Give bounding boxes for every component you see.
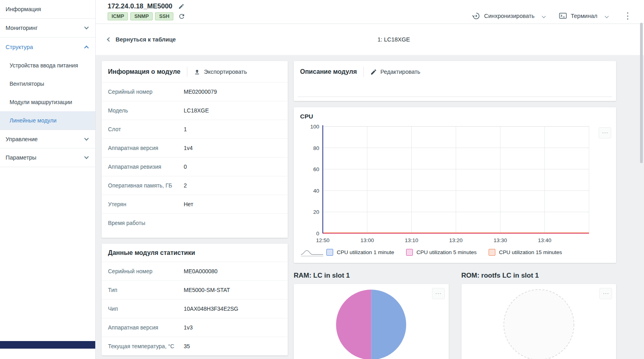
table-row: Модель LC18XGE: [102, 101, 288, 120]
left-column: Информация о модуле Экспортировать Серий…: [102, 61, 288, 359]
sidebar-item-information[interactable]: Информация: [0, 0, 95, 19]
right-column: Описание модуля Редактировать CPU ⋯ 0204…: [294, 61, 616, 359]
sidebar-footer-bar: [0, 341, 95, 349]
protocol-badge-icmp: ICMP: [108, 12, 128, 20]
ram-chart-title: RAM: LC in slot 1: [294, 272, 449, 280]
cpu-line-chart: 02040608010012:5013:0013:1013:2013:3013:…: [300, 122, 610, 245]
row-value: LC18XGE: [184, 107, 209, 114]
svg-text:13:10: 13:10: [405, 237, 418, 243]
chevron-up-icon: [84, 45, 88, 50]
chevron-down-icon: [542, 14, 546, 18]
export-button-label: Экспортировать: [204, 69, 247, 75]
row-label: Серийный номер: [108, 88, 184, 96]
row-label: Аппаратная версия: [108, 144, 184, 152]
sidebar-item-power-input-devices[interactable]: Устройства ввода питания: [0, 56, 95, 75]
chart-legend: CPU utilization 1 minute CPU utilization…: [326, 249, 562, 256]
protocol-badge-snmp: SNMP: [130, 12, 153, 20]
svg-text:40: 40: [313, 188, 319, 194]
module-stats-card: Данные модуля статистики Серийный номер …: [102, 244, 288, 355]
svg-text:13:30: 13:30: [493, 237, 507, 243]
chevron-left-icon: [107, 37, 111, 41]
cpu-chart-card: CPU ⋯ 02040608010012:5013:0013:1013:2013…: [294, 107, 616, 263]
edit-title-button[interactable]: [178, 3, 185, 10]
row-value: Нет: [184, 201, 193, 207]
export-button[interactable]: Экспортировать: [194, 69, 247, 75]
terminal-dropdown-button[interactable]: [603, 11, 611, 20]
ram-chart-more-button[interactable]: ⋯: [432, 288, 445, 299]
table-row: Чип 10AX048H3F34E2SG: [102, 299, 288, 318]
sidebar-item-label: Модули маршрутизации: [10, 99, 72, 105]
chevron-down-icon: [605, 14, 609, 18]
sidebar-item-monitoring[interactable]: Мониторинг: [0, 19, 95, 37]
sidebar-item-label: Мониторинг: [6, 25, 37, 31]
svg-text:80: 80: [313, 145, 319, 151]
sidebar-item-label: Структура: [6, 44, 33, 50]
table-row: Аппаратная ревизия 0: [102, 157, 288, 176]
sidebar-item-label: Управление: [6, 136, 38, 142]
header-actions: Синхронизировать Терминал ⋮: [472, 2, 634, 24]
row-label: Слот: [108, 126, 184, 133]
row-label: Тип: [108, 286, 184, 294]
table-row: Аппаратная версия 1v3: [102, 318, 288, 337]
rom-chart-more-button[interactable]: ⋯: [599, 288, 612, 299]
legend-label: CPU utilization 1 minute: [337, 249, 394, 255]
terminal-button[interactable]: Терминал: [559, 12, 597, 20]
legend-marker: [326, 249, 333, 256]
row-value: 1v4: [184, 145, 193, 151]
pencil-icon: [178, 3, 185, 10]
rom-chart-block: ROM: rootfs LC in slot 1 ⋯: [461, 272, 617, 359]
sidebar-item-fans[interactable]: Вентиляторы: [0, 75, 95, 93]
module-info-title: Информация о модуле: [108, 68, 181, 75]
row-label: Время работы: [108, 219, 184, 227]
legend-item-cpu-5min[interactable]: CPU utilization 5 minutes: [406, 249, 477, 256]
refresh-button[interactable]: [178, 13, 185, 20]
module-description-title: Описание модуля: [300, 68, 357, 75]
cpu-chart-more-button[interactable]: ⋯: [599, 127, 611, 138]
svg-text:100: 100: [310, 124, 319, 130]
scrollbar[interactable]: [640, 23, 643, 163]
row-value: 10AX048H3F34E2SG: [184, 306, 238, 312]
more-icon: ⋯: [602, 130, 608, 136]
row-value: 35: [184, 343, 190, 349]
row-label: Чип: [108, 305, 184, 313]
terminal-button-label: Терминал: [571, 13, 597, 19]
ram-pie-card: ⋯: [294, 284, 449, 359]
sync-button[interactable]: Синхронизировать: [472, 12, 534, 20]
back-to-table-link[interactable]: Вернуться к таблице: [108, 36, 176, 43]
kebab-menu-button[interactable]: ⋮: [622, 12, 634, 20]
row-value: ME02000079: [184, 89, 217, 95]
refresh-icon: [178, 13, 185, 20]
table-row: Тип ME5000-SM-STAT: [102, 280, 288, 299]
sync-dropdown-button[interactable]: [540, 11, 548, 20]
sidebar-item-routing-modules[interactable]: Модули маршрутизации: [0, 93, 95, 111]
ram-pie-chart: [294, 284, 449, 359]
edit-button-label: Редактировать: [381, 69, 420, 75]
divider: [187, 67, 187, 77]
content-area: Информация о модуле Экспортировать Серий…: [96, 55, 644, 359]
svg-text:13:40: 13:40: [538, 237, 552, 243]
sidebar-item-label: Информация: [6, 6, 41, 12]
chart-navigator-icon[interactable]: [300, 247, 324, 257]
row-label: Серийный номер: [108, 268, 184, 275]
legend-item-cpu-1min[interactable]: CPU utilization 1 minute: [326, 249, 394, 256]
more-icon: ⋯: [603, 290, 609, 297]
svg-text:0: 0: [316, 231, 319, 237]
edit-description-button[interactable]: Редактировать: [370, 69, 420, 75]
sidebar-item-structure[interactable]: Структура: [0, 37, 95, 56]
export-icon: [194, 69, 200, 75]
legend-label: CPU utilization 15 minutes: [499, 249, 562, 255]
row-value: ME0A000080: [184, 268, 218, 274]
sidebar-item-management[interactable]: Управление: [0, 130, 95, 148]
row-label: Аппаратная ревизия: [108, 163, 184, 171]
more-icon: ⋯: [435, 290, 442, 297]
table-row: Серийный номер ME0A000080: [102, 262, 288, 280]
breadcrumb-bar: Вернуться к таблице 1: LC18XGE: [96, 24, 644, 55]
row-label: Текущая температура, °C: [108, 343, 184, 350]
sidebar: Информация Мониторинг Структура Устройст…: [0, 0, 96, 359]
sync-button-label: Синхронизировать: [484, 13, 534, 19]
sidebar-item-line-modules[interactable]: Линейные модули: [0, 111, 95, 130]
sidebar-item-label: Параметры: [6, 154, 36, 161]
sidebar-item-parameters[interactable]: Параметры: [0, 148, 95, 167]
legend-item-cpu-15min[interactable]: CPU utilization 15 minutes: [489, 249, 562, 256]
svg-text:13:00: 13:00: [360, 237, 374, 243]
